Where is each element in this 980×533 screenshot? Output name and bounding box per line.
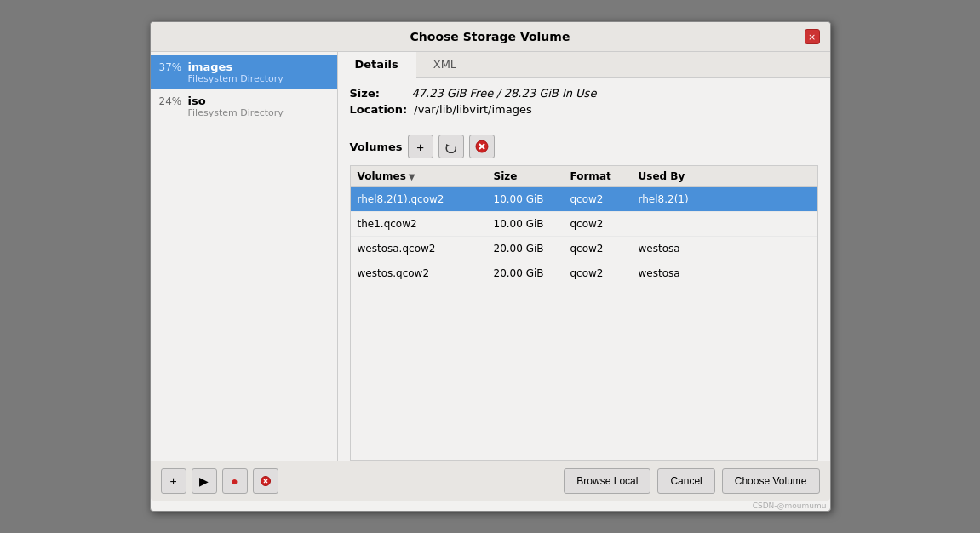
browse-local-button[interactable]: Browse Local xyxy=(564,468,650,494)
col-header-size: Size xyxy=(487,166,564,186)
volumes-table: Volumes ▼ Size Format Used By rhel8.2(1)… xyxy=(350,165,818,461)
stop-icon xyxy=(261,476,271,486)
right-panel: Details XML Size: 47.23 GiB Free / 28.23… xyxy=(338,52,830,461)
cell-usedby xyxy=(632,221,817,226)
table-row[interactable]: westosa.qcow2 20.00 GiB qcow2 westosa xyxy=(351,237,817,261)
table-row[interactable]: the1.qcow2 10.00 GiB qcow2 xyxy=(351,212,817,237)
cell-volumes: rhel8.2(1).qcow2 xyxy=(351,191,487,208)
cell-volumes: westos.qcow2 xyxy=(351,265,487,282)
storage-item-name: images xyxy=(188,60,284,73)
cell-size: 10.00 GiB xyxy=(487,191,564,208)
delete-volume-button[interactable] xyxy=(469,135,495,158)
choose-volume-button[interactable]: Choose Volume xyxy=(722,468,820,494)
location-label: Location: xyxy=(350,103,408,116)
cell-usedby: rhel8.2(1) xyxy=(632,191,817,208)
storage-item-name: iso xyxy=(188,95,284,107)
cell-size: 20.00 GiB xyxy=(487,265,564,282)
cell-usedby: westosa xyxy=(632,265,817,282)
size-value: 47.23 GiB Free / 28.23 GiB In Use xyxy=(412,87,597,100)
dialog-body: 37% images Filesystem Directory 24% iso … xyxy=(151,52,830,461)
choose-storage-volume-dialog: Choose Storage Volume × 37% images Files… xyxy=(150,21,831,512)
cell-volumes: the1.qcow2 xyxy=(351,215,487,232)
refresh-button[interactable] xyxy=(438,135,464,158)
storage-item-percent: 24% xyxy=(159,95,183,107)
col-header-volumes: Volumes ▼ xyxy=(351,166,487,186)
volumes-toolbar: Volumes + xyxy=(338,128,830,165)
volumes-label: Volumes xyxy=(350,140,403,153)
cell-format: qcow2 xyxy=(564,215,632,232)
size-row: Size: 47.23 GiB Free / 28.23 GiB In Use xyxy=(350,87,818,100)
stop-button[interactable] xyxy=(253,468,278,494)
svg-marker-0 xyxy=(446,144,450,147)
dialog-title: Choose Storage Volume xyxy=(176,30,805,43)
footer-left-buttons: + ▶ ● xyxy=(161,468,278,494)
table-row[interactable]: westos.qcow2 20.00 GiB qcow2 westosa xyxy=(351,261,817,285)
left-panel: 37% images Filesystem Directory 24% iso … xyxy=(151,52,338,461)
location-value: /var/lib/libvirt/images xyxy=(414,103,532,116)
add-volume-button[interactable]: + xyxy=(408,135,433,158)
dialog-footer: + ▶ ● Browse Local Cancel Choose Volume xyxy=(151,461,830,501)
cell-size: 20.00 GiB xyxy=(487,240,564,257)
refresh-icon xyxy=(444,140,457,153)
tab-xml[interactable]: XML xyxy=(416,52,474,77)
col-header-format: Format xyxy=(564,166,632,186)
storage-item-type: Filesystem Directory xyxy=(188,107,284,118)
tabs-bar: Details XML xyxy=(338,52,830,78)
close-button[interactable]: × xyxy=(805,29,820,44)
storage-item-iso[interactable]: 24% iso Filesystem Directory xyxy=(151,89,337,123)
footer-right-buttons: Browse Local Cancel Choose Volume xyxy=(564,468,819,494)
storage-item-images[interactable]: 37% images Filesystem Directory xyxy=(151,55,337,89)
cell-format: qcow2 xyxy=(564,191,632,208)
play-button[interactable]: ▶ xyxy=(192,468,217,494)
storage-item-percent: 37% xyxy=(159,60,183,73)
location-row: Location: /var/lib/libvirt/images xyxy=(350,103,818,116)
table-header: Volumes ▼ Size Format Used By xyxy=(351,166,817,187)
cell-usedby: westosa xyxy=(632,240,817,257)
record-button[interactable]: ● xyxy=(222,468,248,494)
cell-format: qcow2 xyxy=(564,240,632,257)
size-label: Size: xyxy=(350,87,405,100)
sort-arrow-icon: ▼ xyxy=(409,172,415,181)
add-button[interactable]: + xyxy=(161,468,186,494)
cell-size: 10.00 GiB xyxy=(487,215,564,232)
table-row[interactable]: rhel8.2(1).qcow2 10.00 GiB qcow2 rhel8.2… xyxy=(351,187,817,212)
col-header-usedby: Used By xyxy=(632,166,817,186)
details-content: Size: 47.23 GiB Free / 28.23 GiB In Use … xyxy=(338,78,830,128)
table-body: rhel8.2(1).qcow2 10.00 GiB qcow2 rhel8.2… xyxy=(351,187,817,285)
watermark: CSDN-@moumumu xyxy=(151,501,830,511)
delete-icon xyxy=(475,140,489,153)
cell-format: qcow2 xyxy=(564,265,632,282)
dialog-titlebar: Choose Storage Volume × xyxy=(151,22,830,52)
tab-details[interactable]: Details xyxy=(338,52,416,78)
cancel-button[interactable]: Cancel xyxy=(657,468,714,494)
cell-volumes: westosa.qcow2 xyxy=(351,240,487,257)
storage-item-type: Filesystem Directory xyxy=(188,73,284,84)
